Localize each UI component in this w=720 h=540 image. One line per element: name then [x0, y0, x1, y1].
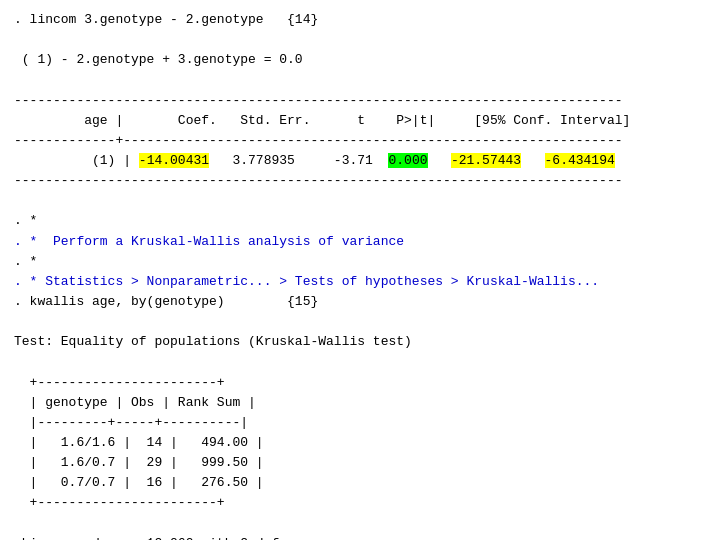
test-title: Test: Equality of populations (Kruskal-W…	[14, 332, 706, 352]
table-header: | genotype | Obs | Rank Sum |	[14, 393, 706, 413]
sep-mid: -------------+--------------------------…	[14, 131, 706, 151]
kwallis-command: . kwallis age, by(genotype) {15}	[14, 292, 706, 312]
table-row-1: | 1.6/1.6 | 14 | 494.00 |	[14, 433, 706, 453]
chi-squared-line: chi-squared = 12.060 with 2 d.f.	[14, 534, 706, 540]
blank-4	[14, 312, 706, 332]
coef-value: -14.00431	[139, 153, 209, 168]
table-row-3: | 0.7/0.7 | 16 | 276.50 |	[14, 473, 706, 493]
sep-bot: ----------------------------------------…	[14, 171, 706, 191]
table-top: +-----------------------+	[14, 373, 706, 393]
comment-stats: . * Statistics > Nonparametric... > Test…	[14, 272, 706, 292]
table-bot: +-----------------------+	[14, 493, 706, 513]
blank-3	[14, 191, 706, 211]
row-middle: 3.778935 -3.71	[209, 153, 388, 168]
row-space	[521, 153, 544, 168]
blank-2	[14, 70, 706, 90]
blank-1	[14, 30, 706, 50]
constraint-line: ( 1) - 2.genotype + 3.genotype = 0.0	[14, 50, 706, 70]
dot-star-2: . *	[14, 252, 706, 272]
p-value: 0.000	[388, 153, 427, 168]
sep-top: ----------------------------------------…	[14, 91, 706, 111]
terminal-output: . lincom 3.genotype - 2.genotype {14} ( …	[14, 10, 706, 540]
data-row: (1) | -14.00431 3.778935 -3.71 0.000 -21…	[14, 151, 706, 171]
table-sep: |---------+-----+----------|	[14, 413, 706, 433]
row-ci	[428, 153, 451, 168]
ci-upper: -6.434194	[545, 153, 615, 168]
comment-kruskal: . * Perform a Kruskal-Wallis analysis of…	[14, 232, 706, 252]
dot-star-1: . *	[14, 211, 706, 231]
col-header: age | Coef. Std. Err. t P>|t| [95% Conf.…	[14, 111, 706, 131]
ci-lower: -21.57443	[451, 153, 521, 168]
table-row-2: | 1.6/0.7 | 29 | 999.50 |	[14, 453, 706, 473]
blank-6	[14, 514, 706, 534]
blank-5	[14, 352, 706, 372]
lincom-command: . lincom 3.genotype - 2.genotype {14}	[14, 10, 706, 30]
row-label: (1) |	[14, 153, 139, 168]
